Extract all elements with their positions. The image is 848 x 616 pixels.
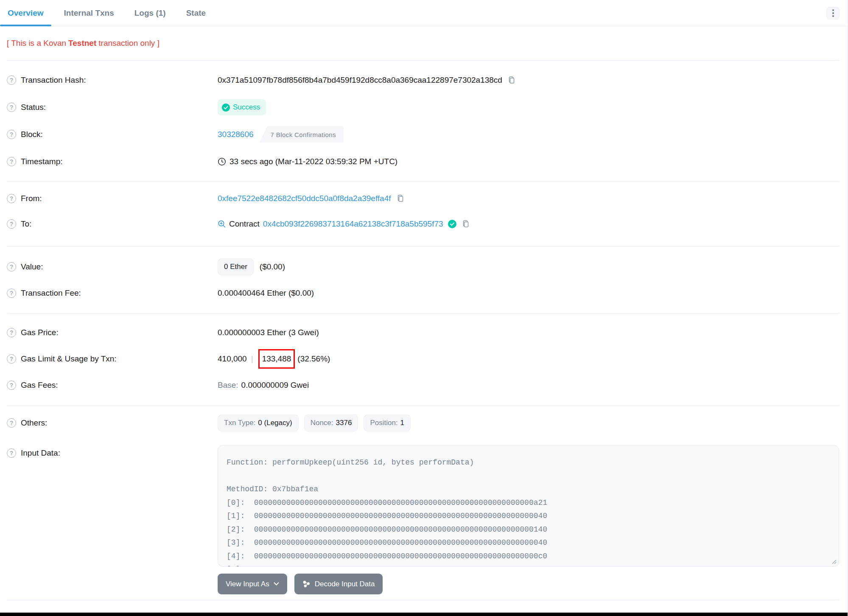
help-icon[interactable]: ? (7, 219, 16, 229)
gas-price-label: Gas Price: (21, 328, 59, 337)
help-icon[interactable]: ? (7, 76, 16, 85)
gas-usage-value: 133,488 (262, 354, 291, 363)
gas-limit-value: 410,000 (218, 354, 247, 364)
tab-logs-label: Logs (1) (134, 8, 166, 18)
txn-type-value: 0 (Legacy) (258, 419, 292, 427)
row-value: ? Value: 0 Ether ($0.00) (0, 254, 848, 280)
block-label: Block: (21, 130, 43, 139)
timestamp-value: 33 secs ago (Mar-11-2022 03:59:32 PM +UT… (229, 157, 397, 166)
status-badge: Success (218, 99, 266, 115)
decode-icon (302, 580, 311, 588)
nonce-value: 3376 (336, 419, 352, 427)
annotation-highlight-box: 133,488 (258, 349, 295, 369)
transaction-hash-label: Transaction Hash: (21, 76, 86, 85)
nonce-badge: Nonce: 3376 (304, 414, 358, 431)
chevron-down-icon (274, 582, 279, 586)
block-confirmations-badge: 7 Block Confirmations (260, 126, 344, 143)
transaction-fee-value: 0.000400464 Ether ($0.00) (218, 288, 314, 298)
copy-icon[interactable] (396, 194, 405, 203)
copy-icon[interactable] (462, 220, 470, 228)
kebab-dot-icon (832, 9, 834, 11)
input-data-line: Function: performUpkeep(uint256 id, byte… (227, 456, 830, 470)
help-icon[interactable]: ? (7, 328, 16, 337)
decode-input-data-button[interactable]: Decode Input Data (294, 574, 383, 594)
input-data-line: [3]: 00000000000000000000000000000000000… (227, 536, 830, 550)
gas-limit-label: Gas Limit & Usage by Txn: (21, 354, 117, 364)
kebab-dot-icon (832, 12, 834, 14)
copy-icon[interactable] (507, 76, 516, 84)
check-circle-icon (222, 104, 230, 112)
block-number-link[interactable]: 30328606 (218, 130, 254, 139)
section-others-input: ? Others: Txn Type: 0 (Legacy) Nonce: 33… (0, 406, 848, 600)
gas-fees-label: Gas Fees: (21, 381, 58, 390)
help-icon[interactable]: ? (7, 448, 16, 458)
clock-icon (218, 157, 226, 166)
from-address-link[interactable]: 0xfee7522e8482682cf50ddc50a0f8da2a39effa… (218, 194, 391, 203)
row-status: ? Status: Success (0, 94, 848, 121)
tab-state[interactable]: State (179, 0, 213, 26)
txn-type-key: Txn Type: (224, 419, 255, 427)
input-data-line: MethodID: 0x7bbaf1ea (227, 483, 830, 496)
view-input-as-button[interactable]: View Input As (218, 574, 287, 594)
help-icon[interactable]: ? (7, 262, 16, 272)
bottom-black-bar (0, 613, 848, 616)
help-icon[interactable]: ? (7, 103, 16, 112)
decode-input-data-label: Decode Input Data (315, 580, 375, 588)
transaction-detail-page: Overview Internal Txns Logs (1) State [ … (0, 0, 848, 616)
help-icon[interactable]: ? (7, 130, 16, 139)
zoom-in-icon[interactable] (218, 220, 226, 228)
row-input-data: ? Input Data: Function: performUpkeep(ui… (0, 445, 848, 567)
tab-logs[interactable]: Logs (1) (127, 0, 174, 26)
warning-suffix: transaction only ] (98, 39, 160, 48)
input-data-label: Input Data: (21, 448, 60, 458)
gas-fees-base-label: Base: (218, 381, 238, 390)
from-label: From: (21, 194, 42, 203)
others-label: Others: (21, 418, 47, 428)
position-badge: Position: 1 (364, 414, 411, 431)
to-label: To: (21, 219, 31, 229)
section-value: ? Value: 0 Ether ($0.00) ? Transaction F… (0, 246, 848, 313)
warning-bold: Testnet (68, 39, 96, 48)
row-from: ? From: 0xfee7522e8482682cf50ddc50a0f8da… (0, 186, 848, 211)
row-gas-price: ? Gas Price: 0.000000003 Ether (3 Gwei) (0, 319, 848, 346)
gas-usage-percent: (32.56%) (297, 354, 330, 364)
kebab-dot-icon (832, 15, 834, 17)
tab-internal-txns[interactable]: Internal Txns (56, 0, 122, 26)
section-summary: ? Transaction Hash: 0x371a51097fb78df856… (0, 61, 848, 181)
view-input-as-label: View Input As (226, 580, 269, 588)
help-icon[interactable]: ? (7, 194, 16, 203)
row-transaction-hash: ? Transaction Hash: 0x371a51097fb78df856… (0, 67, 848, 94)
gas-limit-separator: | (251, 354, 253, 364)
row-gas-fees: ? Gas Fees: Base: 0.000000009 Gwei (0, 372, 848, 398)
testnet-warning: [ This is a Kovan Testnet transaction on… (0, 26, 848, 60)
nonce-key: Nonce: (311, 419, 333, 427)
kebab-menu-button[interactable] (826, 7, 840, 20)
resize-handle[interactable] (831, 559, 837, 564)
timestamp-label: Timestamp: (21, 157, 63, 166)
row-timestamp: ? Timestamp: 33 secs ago (Mar-11-2022 03… (0, 148, 848, 175)
help-icon[interactable]: ? (7, 418, 16, 428)
section-gas: ? Gas Price: 0.000000003 Ether (3 Gwei) … (0, 314, 848, 406)
position-value: 1 (400, 419, 404, 427)
input-data-line: [1]: 00000000000000000000000000000000000… (227, 510, 830, 523)
input-data-line: [2]: 00000000000000000000000000000000000… (227, 523, 830, 537)
tab-overview[interactable]: Overview (0, 0, 51, 26)
input-data-line: [0]: 00000000000000000000000000000000000… (227, 496, 830, 510)
to-address-link[interactable]: 0x4cb093f226983713164a62138c3f718a5b595f… (263, 219, 443, 229)
tab-overview-label: Overview (8, 8, 44, 18)
status-label: Status: (21, 103, 46, 112)
tab-state-label: State (186, 8, 206, 18)
help-icon[interactable]: ? (7, 354, 16, 364)
to-contract-word: Contract (229, 219, 260, 229)
verified-check-icon (448, 220, 456, 228)
value-badge: 0 Ether (218, 258, 254, 275)
row-gas-limit-usage: ? Gas Limit & Usage by Txn: 410,000 | 13… (0, 346, 848, 372)
input-data-textarea[interactable]: Function: performUpkeep(uint256 id, byte… (218, 445, 839, 567)
value-badge-text: 0 Ether (224, 263, 247, 271)
gas-price-value: 0.000000003 Ether (3 Gwei) (218, 328, 319, 337)
input-data-line (227, 470, 830, 483)
help-icon[interactable]: ? (7, 381, 16, 390)
tab-internal-txns-label: Internal Txns (64, 8, 114, 18)
help-icon[interactable]: ? (7, 157, 16, 166)
help-icon[interactable]: ? (7, 288, 16, 298)
